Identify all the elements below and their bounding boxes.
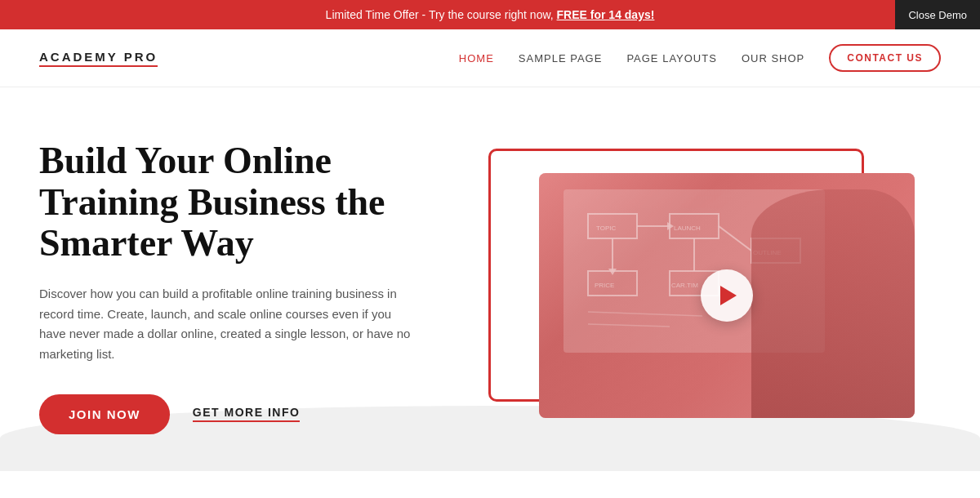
hero-buttons: JOIN NOW GET MORE INFO — [39, 394, 464, 434]
svg-text:LAUNCH: LAUNCH — [674, 225, 701, 232]
top-banner: Limited Time Offer - Try the course righ… — [0, 0, 980, 29]
banner-text: Limited Time Offer - Try the course righ… — [326, 8, 655, 21]
hero-section: Build Your Online Training Business the … — [0, 87, 980, 455]
hero-left: Build Your Online Training Business the … — [39, 140, 464, 434]
main-nav: HOME SAMPLE PAGE PAGE LAYOUTS OUR SHOP C… — [459, 44, 941, 72]
nav-our-shop[interactable]: OUR SHOP — [742, 52, 804, 64]
person-silhouette — [751, 189, 915, 418]
svg-text:TOPIC: TOPIC — [596, 225, 617, 232]
hero-title: Build Your Online Training Business the … — [39, 140, 464, 265]
svg-text:PRICE: PRICE — [595, 282, 614, 289]
logo: ACADEMY PRO — [39, 50, 158, 67]
header: ACADEMY PRO HOME SAMPLE PAGE PAGE LAYOUT… — [0, 29, 980, 87]
hero-description: Discover how you can build a profitable … — [39, 284, 415, 365]
nav-page-layouts[interactable]: PAGE LAYOUTS — [626, 52, 717, 64]
hero-right: TOPIC LAUNCH PRICE CAR.TIM OUTLINE — [464, 157, 941, 418]
svg-text:CAR.TIM: CAR.TIM — [671, 282, 698, 289]
close-demo-button[interactable]: Close Demo — [895, 0, 980, 29]
join-now-button[interactable]: JOIN NOW — [39, 394, 170, 434]
nav-home[interactable]: HOME — [459, 52, 494, 64]
nav-contact-us[interactable]: CONTACT US — [829, 44, 941, 72]
get-more-info-button[interactable]: GET MORE INFO — [193, 406, 301, 422]
nav-sample-page[interactable]: SAMPLE PAGE — [519, 52, 603, 64]
play-button[interactable] — [701, 269, 753, 322]
video-thumbnail[interactable]: TOPIC LAUNCH PRICE CAR.TIM OUTLINE — [539, 173, 915, 418]
